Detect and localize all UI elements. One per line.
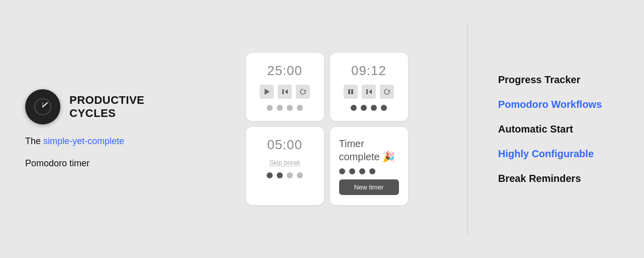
dots-row-1 [267,105,303,111]
dot-filled [339,168,345,174]
timer-card-4: Timer complete 🎉 New timer [330,127,408,205]
complete-dots [339,168,375,174]
svg-rect-7 [348,89,350,94]
dot [287,172,293,178]
dot [287,105,293,111]
timer-display-2: 09:12 [351,63,386,79]
feature-progress-tracker: Progress Tracker [498,74,619,86]
section-divider [467,23,468,235]
feature-pomodoro-workflows: Pomodoro Workflows [498,99,619,110]
dot-filled [277,172,283,178]
svg-marker-6 [303,90,306,91]
rewind-button-2[interactable] [362,85,376,99]
svg-marker-4 [285,89,288,94]
play-button-1[interactable] [260,85,274,99]
svg-rect-8 [351,89,353,94]
feature-highly-configurable: Highly Configurable [498,148,619,160]
feature-automatic-start: Automatic Start [498,123,619,135]
svg-rect-10 [366,89,368,94]
dot-filled [369,168,375,174]
right-section: Progress Tracker Pomodoro Workflows Auto… [473,59,644,200]
svg-marker-3 [265,89,270,95]
dot [277,105,283,111]
middle-section: 25:00 [191,43,462,215]
dot-filled [371,105,377,111]
left-section: PRODUCTIVE CYCLES The simple-yet-complet… [0,69,191,189]
timer-complete-title: Timer complete 🎉 [339,137,399,163]
timer-card-3: 05:00 Skip break [246,127,324,205]
dots-row-3 [267,172,303,178]
brand-name: PRODUCTIVE CYCLES [69,94,144,120]
dot-filled [349,168,355,174]
complete-content: Timer complete 🎉 New timer [339,137,399,195]
reset-button-2[interactable] [380,85,394,99]
dot-filled [381,105,387,111]
logo [25,89,60,124]
feature-break-reminders: Break Reminders [498,173,619,184]
dots-row-2 [351,105,387,111]
timer-display-3: 05:00 [267,137,302,153]
timer-display-1: 25:00 [267,63,302,79]
dot-filled [359,168,365,174]
tagline-link[interactable]: simple-yet-complete [43,136,124,146]
timer-card-2: 09:12 [330,53,408,121]
tagline-sub: Pomodoro timer [25,158,166,169]
dot-filled [361,105,367,111]
rewind-button-1[interactable] [278,85,292,99]
dot [297,172,303,178]
cards-grid: 25:00 [246,53,408,205]
dot-filled [351,105,357,111]
skip-break[interactable]: Skip break [269,159,300,166]
tagline: The simple-yet-complete [25,135,166,148]
controls-row-2 [344,85,394,99]
reset-button-1[interactable] [296,85,310,99]
dot-filled [267,172,273,178]
dot [267,105,273,111]
svg-rect-5 [282,89,284,94]
pause-button-2[interactable] [344,85,358,99]
timer-card-1: 25:00 [246,53,324,121]
dot [297,105,303,111]
controls-row-1 [260,85,310,99]
main-container: PRODUCTIVE CYCLES The simple-yet-complet… [0,0,644,258]
svg-marker-9 [369,89,372,94]
brand-row: PRODUCTIVE CYCLES [25,89,166,124]
new-timer-button[interactable]: New timer [339,179,399,195]
svg-marker-11 [387,90,390,91]
